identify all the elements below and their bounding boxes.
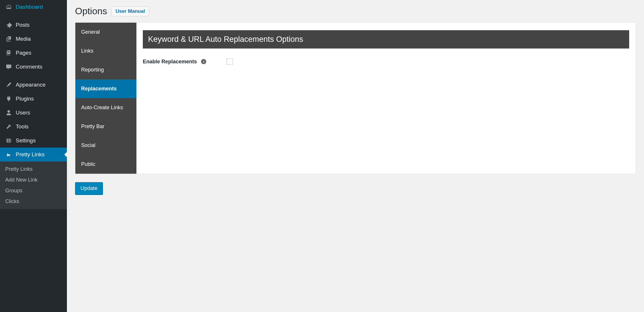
user-icon xyxy=(5,109,12,116)
pin-icon xyxy=(5,21,12,28)
user-manual-button[interactable]: User Manual xyxy=(111,6,149,16)
info-icon[interactable]: i xyxy=(201,59,206,64)
tab-social[interactable]: Social xyxy=(75,136,136,155)
pages-icon xyxy=(5,49,12,56)
sidebar-item-pretty-links[interactable]: Pretty Links xyxy=(0,148,67,162)
comment-icon xyxy=(5,63,12,70)
submenu-item-clicks[interactable]: Clicks xyxy=(0,196,67,207)
sidebar-item-appearance[interactable]: Appearance xyxy=(0,78,67,92)
tab-public[interactable]: Public xyxy=(75,155,136,174)
sidebar-item-label: Pages xyxy=(16,50,31,56)
submenu-item-pretty-links[interactable]: Pretty Links xyxy=(0,164,67,175)
sidebar-item-label: Plugins xyxy=(16,96,34,102)
wrench-icon xyxy=(5,123,12,130)
dashboard-icon xyxy=(5,3,12,10)
enable-replacements-checkbox[interactable] xyxy=(227,58,233,65)
brush-icon xyxy=(5,81,12,88)
sidebar-submenu: Pretty Links Add New Link Groups Clicks xyxy=(0,162,67,209)
enable-replacements-label: Enable Replacements xyxy=(143,59,197,65)
sidebar-item-label: Tools xyxy=(16,123,29,130)
sidebar-item-plugins[interactable]: Plugins xyxy=(0,92,67,106)
update-button[interactable]: Update xyxy=(75,182,103,195)
media-icon xyxy=(5,35,12,42)
page-header: Options User Manual xyxy=(75,6,636,17)
enable-replacements-row: Enable Replacements i xyxy=(143,58,629,65)
sidebar-item-label: Appearance xyxy=(16,82,45,88)
sidebar-item-users[interactable]: Users xyxy=(0,106,67,120)
tab-general[interactable]: General xyxy=(75,23,136,42)
content-area: Options User Manual General Links Report… xyxy=(67,0,644,312)
plug-icon xyxy=(5,95,12,102)
sidebar-item-label: Settings xyxy=(16,137,36,144)
sidebar-item-media[interactable]: Media xyxy=(0,32,67,46)
sidebar-item-label: Pretty Links xyxy=(16,151,45,158)
submenu-item-add-new-link[interactable]: Add New Link xyxy=(0,175,67,185)
options-tabs: General Links Reporting Replacements Aut… xyxy=(75,23,136,174)
star-icon xyxy=(5,151,12,158)
submenu-item-groups[interactable]: Groups xyxy=(0,185,67,196)
settings-icon xyxy=(5,137,12,144)
sidebar-item-label: Users xyxy=(16,110,30,116)
tab-links[interactable]: Links xyxy=(75,42,136,60)
sidebar-item-label: Posts xyxy=(16,22,30,28)
sidebar-item-label: Dashboard xyxy=(16,4,43,10)
tab-reporting[interactable]: Reporting xyxy=(75,60,136,79)
tab-pretty-bar[interactable]: Pretty Bar xyxy=(75,117,136,136)
sidebar-item-tools[interactable]: Tools xyxy=(0,120,67,134)
sidebar-item-dashboard[interactable]: Dashboard xyxy=(0,0,67,14)
sidebar-item-posts[interactable]: Posts xyxy=(0,18,67,32)
page-title: Options xyxy=(75,6,107,17)
admin-sidebar: Dashboard Posts Media Pages Comments A xyxy=(0,0,67,312)
options-panel: General Links Reporting Replacements Aut… xyxy=(75,22,636,174)
panel-content: Keyword & URL Auto Replacements Options … xyxy=(136,23,636,174)
sidebar-item-comments[interactable]: Comments xyxy=(0,60,67,74)
sidebar-item-label: Media xyxy=(16,36,31,42)
tab-auto-create-links[interactable]: Auto-Create Links xyxy=(75,98,136,117)
tab-replacements[interactable]: Replacements xyxy=(75,79,136,98)
panel-heading: Keyword & URL Auto Replacements Options xyxy=(143,30,629,49)
sidebar-item-settings[interactable]: Settings xyxy=(0,134,67,148)
sidebar-item-pages[interactable]: Pages xyxy=(0,46,67,60)
sidebar-item-label: Comments xyxy=(16,64,42,70)
